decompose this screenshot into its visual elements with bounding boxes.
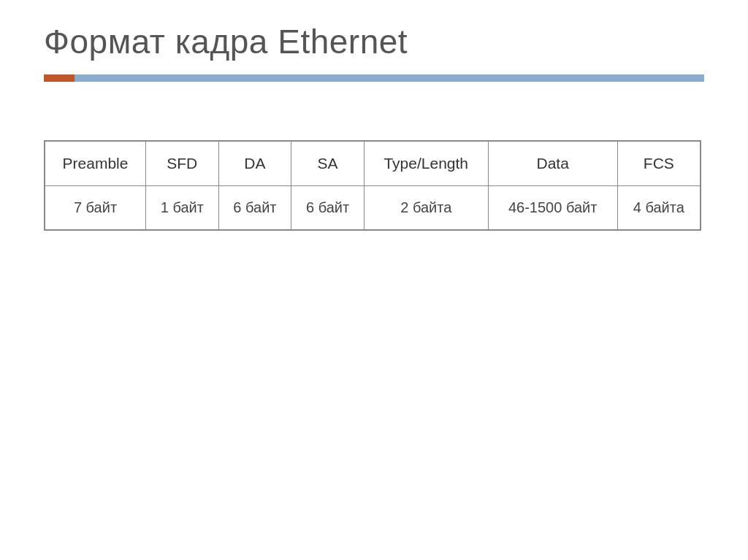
ethernet-frame-table: Preamble SFD DA SA Type/Length Data FCS … (44, 140, 701, 231)
accent-orange-bar (44, 74, 75, 82)
accent-blue-bar (75, 74, 704, 82)
table-row-values: 7 байт 1 байт 6 байт 6 байт 2 байта 46-1… (45, 186, 701, 231)
slide: Формат кадра Ethernet Preamble SFD DA SA… (0, 0, 748, 560)
col-header-sfd: SFD (145, 141, 218, 186)
cell-data-size: 46-1500 байт (488, 186, 617, 231)
col-header-sa: SA (291, 141, 365, 186)
col-header-type-length: Type/Length (364, 141, 488, 186)
cell-fcs-size: 4 байта (617, 186, 701, 231)
title-cyrillic: Формат кадра (44, 23, 278, 61)
title-latin: Ethernet (278, 23, 408, 61)
header-area: Формат кадра Ethernet (0, 0, 748, 82)
col-header-fcs: FCS (617, 141, 701, 186)
cell-sa-size: 6 байт (291, 186, 365, 231)
cell-sfd-size: 1 байт (145, 186, 218, 231)
cell-type-length-size: 2 байта (364, 186, 488, 231)
content-area: Preamble SFD DA SA Type/Length Data FCS … (0, 82, 748, 260)
col-header-preamble: Preamble (45, 141, 145, 186)
cell-preamble-size: 7 байт (45, 186, 145, 231)
page-title: Формат кадра Ethernet (44, 22, 704, 61)
table-header-row: Preamble SFD DA SA Type/Length Data FCS (45, 141, 701, 186)
cell-da-size: 6 байт (218, 186, 291, 231)
col-header-da: DA (218, 141, 291, 186)
accent-bar (44, 74, 704, 82)
col-header-data: Data (488, 141, 617, 186)
